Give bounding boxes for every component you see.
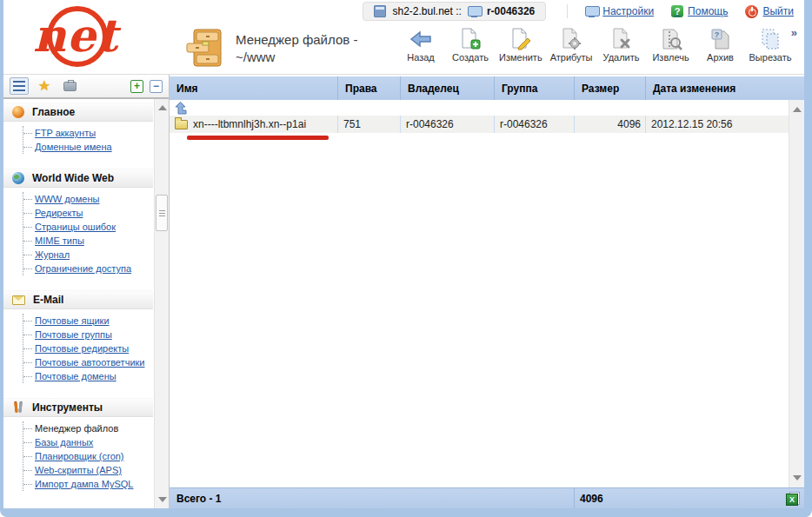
archive-button[interactable]: ? Архив [697,25,744,64]
column-header-owner[interactable]: Владелец [400,76,494,100]
help-icon [671,5,683,17]
file-group: r-0046326 [494,116,574,133]
sidebar-item-mail-domains: Почтовые домены [23,369,153,383]
table-row[interactable]: xn----ltbmnlhj3h.xn--p1ai 751 r-0046326 … [170,116,789,133]
sidebar-item-cron: Планировщик (cron) [23,449,153,463]
sidebar-item-autoresponders: Почтовые автоответчики [23,355,153,369]
sidebar: + − Главное FTP аккаунты Доменные имена [3,75,170,508]
sidebar-item-file-manager: Менеджер файлов [23,421,153,435]
settings-monitor-icon [585,6,598,17]
table-header: Имя Права Владелец Группа Размер Дата из… [170,76,804,100]
sphere-icon [12,106,24,118]
extract-zip-magnifier-icon [660,27,682,51]
total-size: 4096 [574,488,645,508]
export-excel-icon[interactable] [786,492,800,506]
logo-text: net [33,9,118,62]
scroll-down-icon[interactable] [793,475,802,481]
file-date: 2012.12.15 20:56 [645,116,789,133]
sidebar-item-web-scripts: Web-скрипты (APS) [23,463,153,477]
attributes-button[interactable]: Атрибуты [548,25,596,64]
delete-page-x-icon [611,27,632,51]
tools-icon [12,401,24,414]
sidebar-toolbar: + − [3,75,169,99]
extract-button[interactable]: Извлечь [648,25,695,64]
scrollbar-thumb[interactable] [156,195,168,231]
file-name: xn----ltbmnlhj3h.xn--p1ai [193,118,306,130]
sidebar-item-mysql-import: Импорт дампа MySQL [23,477,153,491]
create-button[interactable]: Создать [447,25,494,64]
scroll-up-icon[interactable] [793,107,802,112]
sidebar-item-error-pages: Страницы ошибок [23,220,153,234]
back-button[interactable]: Назад [397,25,444,64]
section-header-www[interactable]: World Wide Web [3,169,153,188]
star-icon [38,79,50,93]
level-up-icon [174,102,188,115]
edit-page-pencil-icon [510,27,531,51]
scroll-down-icon[interactable] [158,497,167,502]
sidebar-item-domain-names: Доменные имена [23,140,153,154]
table-scrollbar[interactable] [789,100,804,487]
sidebar-item-redirects: Редиректы [23,206,153,220]
server-info-box: sh2-2.bul.net :: r-0046326 [363,2,546,21]
sidebar-item-mailboxes: Почтовые ящики [23,314,153,328]
power-icon [745,5,758,18]
section-header-main[interactable]: Главное [3,103,153,122]
header: net sh2-2.bul.net :: r-0046326 Настройки… [3,0,804,75]
collapse-all-button[interactable]: − [150,80,163,93]
topbar-divider [567,4,568,18]
logout-link[interactable]: Выйти [745,5,794,18]
folder-icon [175,120,188,129]
section-tools: Инструменты Менеджер файлов Базы данных … [3,398,153,491]
attributes-page-gear-icon [561,27,582,51]
globe-icon [12,172,24,184]
settings-link[interactable]: Настройки [585,5,654,17]
section-www: World Wide Web WWW домены Редиректы Стра… [3,169,153,275]
column-header-date[interactable]: Дата изменения [645,76,804,100]
page-title: Менеджер файлов - ~/www [236,31,357,65]
delete-button[interactable]: Удалить [598,25,645,64]
account-id: r-0046326 [487,5,535,17]
total-count: Всего - 1 [170,493,574,505]
file-owner: r-0046326 [400,116,494,133]
toolbar-overflow-button[interactable]: » [791,26,797,39]
scroll-up-icon[interactable] [158,105,167,110]
column-header-group[interactable]: Группа [494,76,574,100]
sidebar-item-mail-groups: Почтовые группы [23,328,153,341]
create-page-plus-icon [460,27,481,51]
services-view-button[interactable] [60,77,79,95]
table-body: xn----ltbmnlhj3h.xn--p1ai 751 r-0046326 … [170,100,804,487]
table-footer: Всего - 1 4096 [170,487,804,508]
sidebar-item-access-restriction: Ограничение доступа [23,262,153,275]
section-header-tools[interactable]: Инструменты [3,398,153,417]
sidebar-item-mail-redirects: Почтовые редиректы [23,341,153,355]
sidebar-scrollbar[interactable] [154,99,169,508]
section-email: E-Mail Почтовые ящики Почтовые группы По… [3,290,153,383]
file-cabinet-icon [185,28,223,70]
briefcase-icon [63,82,77,91]
section-main: Главное FTP аккаунты Доменные имена [3,103,153,154]
sidebar-item-mime-types: MIME типы [23,234,153,248]
window-frame: net sh2-2.bul.net :: r-0046326 Настройки… [0,0,812,517]
favorites-view-button[interactable] [35,77,54,95]
red-underline-annotation [187,136,329,140]
sidebar-item-ftp-accounts: FTP аккаунты [23,126,153,140]
cut-dotted-pages-icon [759,27,782,51]
sidebar-item-log: Журнал [23,248,153,262]
column-header-size[interactable]: Размер [574,76,645,100]
edit-button[interactable]: Изменить [496,25,545,64]
list-icon [13,81,25,91]
brand-logo: net [3,0,170,74]
sidebar-item-databases: Базы данных [23,435,153,449]
expand-all-button[interactable]: + [130,80,143,93]
sidebar-item-www-domains: WWW домены [23,192,153,206]
menu-list-view-button[interactable] [10,77,29,95]
section-header-email[interactable]: E-Mail [3,290,153,309]
cut-button[interactable]: Вырезать [747,25,795,64]
help-link[interactable]: Помощь [671,5,728,17]
parent-directory-row[interactable] [170,100,789,116]
column-header-name[interactable]: Имя [170,76,337,100]
topbar: sh2-2.bul.net :: r-0046326 Настройки Пом… [170,0,804,23]
sidebar-nav: Главное FTP аккаунты Доменные имена Worl… [3,99,169,508]
file-manager-main: Имя Права Владелец Группа Размер Дата из… [170,75,804,508]
column-header-perms[interactable]: Права [337,76,400,100]
